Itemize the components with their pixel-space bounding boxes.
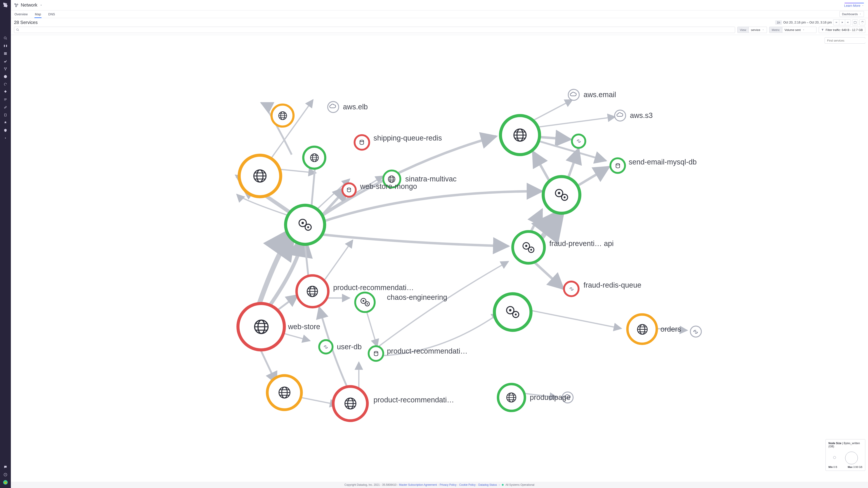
time-play-icon[interactable] — [839, 20, 845, 25]
network-map[interactable]: aws.elb aws.email aws.s3 — [11, 35, 868, 482]
nav-chat-icon[interactable] — [0, 463, 11, 471]
calendar-icon[interactable] — [852, 20, 858, 25]
svg-point-6 — [5, 138, 6, 138]
time-back-icon[interactable] — [833, 20, 839, 25]
node-green-gears-right[interactable] — [543, 177, 580, 213]
node-green-small-top[interactable] — [303, 147, 325, 168]
nav-help-icon[interactable]: ? — [0, 471, 11, 479]
metric-value[interactable]: Volume sent — [782, 27, 816, 33]
learn-more[interactable]: Learn More — [844, 3, 864, 7]
node-shipping-queue[interactable]: shipping-queue-redis — [355, 134, 442, 150]
footer-ds[interactable]: Datadog Status → — [478, 483, 500, 486]
node-web-store[interactable]: web-store — [238, 303, 320, 350]
nav-network-icon[interactable] — [0, 65, 11, 73]
footer-msa[interactable]: Master Subscription Agreement — [399, 483, 437, 486]
svg-text:sinatra-multivac: sinatra-multivac — [405, 175, 457, 183]
node-aws-s3[interactable]: aws.s3 — [615, 110, 653, 121]
node-aws-email[interactable]: aws.email — [568, 89, 616, 100]
nav-integrations-icon[interactable] — [0, 88, 11, 96]
view-value[interactable]: service — [749, 27, 767, 33]
svg-text:orders: orders — [660, 325, 681, 333]
svg-text:web-store-mongo: web-store-mongo — [360, 182, 417, 191]
footer: Copyright Datadog, Inc. 2021 - 35.580841… — [11, 482, 868, 488]
network-icon — [14, 3, 19, 7]
nav-search-icon[interactable] — [0, 34, 11, 42]
node-yellow-big[interactable] — [239, 155, 281, 197]
svg-point-35 — [342, 183, 356, 197]
footer-copyright: Copyright Datadog, Inc. 2021 - 35.580841… — [344, 483, 398, 486]
svg-point-42 — [355, 293, 375, 312]
nav-link-icon[interactable] — [0, 103, 11, 111]
svg-text:product-recommendati…: product-recommendati… — [373, 396, 454, 404]
dashboards-button[interactable]: Dashboards — [839, 11, 864, 17]
node-green-gears-center[interactable] — [285, 205, 324, 245]
node-aws-elb[interactable]: aws.elb — [328, 101, 368, 112]
node-user-db[interactable]: user-db — [319, 340, 362, 353]
dashboards-label: Dashboards — [842, 12, 858, 16]
tab-overview[interactable]: Overview — [14, 12, 28, 18]
node-prodrec3[interactable]: product-recommendati… — [333, 387, 454, 421]
metric-selector: Metric Volume sent — [769, 27, 816, 33]
page-title: Network — [21, 2, 37, 8]
nav-metrics-icon[interactable] — [0, 57, 11, 65]
svg-point-3 — [5, 69, 6, 70]
time-range[interactable]: Oct 20, 2:16 pm – Oct 20, 3:16 pm — [783, 21, 832, 24]
nav-security-icon[interactable] — [0, 127, 11, 134]
svg-text:aws.email: aws.email — [583, 91, 616, 99]
nav-notebooks-icon[interactable] — [0, 111, 11, 119]
node-prodrec-db[interactable]: product-recommendati… — [369, 346, 468, 361]
refresh-icon[interactable] — [860, 20, 865, 25]
nav-ci-icon[interactable] — [0, 134, 11, 142]
tabs: Overview Map DNS Dashboards — [11, 10, 868, 18]
svg-point-55 — [543, 177, 580, 213]
node-productpage[interactable]: productpage — [498, 384, 570, 411]
svg-point-53 — [610, 158, 625, 173]
svg-text:fraud-redis-queue: fraud-redis-queue — [583, 281, 641, 289]
node-green-gears-right2[interactable] — [494, 294, 531, 330]
filter-traffic[interactable]: Filter traffic: 649 B - 12.7 GB — [819, 27, 866, 33]
filter-traffic-label: Filter traffic: 649 B - 12.7 GB — [826, 28, 863, 32]
search-box[interactable] — [14, 27, 735, 33]
nav-logs-icon[interactable] — [0, 96, 11, 103]
svg-point-0 — [6, 4, 6, 4]
node-fraud-redis[interactable]: fraud-redis-queue — [564, 281, 641, 296]
node-green-globe-big-right[interactable] — [500, 116, 539, 155]
nav-apm-icon[interactable] — [0, 73, 11, 80]
footer-pp[interactable]: Privacy Policy — [440, 483, 457, 486]
view-selector: View service — [737, 27, 767, 33]
title-dropdown[interactable] — [39, 4, 43, 7]
node-orders[interactable]: orders — [627, 315, 681, 344]
nav-profiler-icon[interactable] — [0, 80, 11, 88]
svg-text:product-recommendati…: product-recommendati… — [387, 347, 468, 355]
global-sidebar: ? 🐸 — [0, 0, 11, 488]
search-input[interactable] — [19, 28, 733, 32]
svg-text:product-recommendati…: product-recommendati… — [333, 284, 414, 292]
time-chip[interactable]: 1h — [775, 20, 782, 25]
node-orders-grey[interactable] — [690, 326, 702, 337]
nav-dashboards-icon[interactable] — [0, 50, 11, 57]
datadog-logo[interactable] — [0, 0, 11, 10]
node-yellow-lower[interactable] — [267, 376, 301, 410]
node-green-tiny-right[interactable] — [572, 134, 585, 148]
svg-text:aws.s3: aws.s3 — [630, 111, 653, 120]
node-fraud-api[interactable]: fraud-preventi… api — [513, 232, 614, 263]
nav-avatar[interactable]: 🐸 — [0, 479, 11, 486]
tab-map[interactable]: Map — [34, 12, 41, 18]
node-chaos[interactable]: chaos-engineering — [355, 293, 447, 312]
node-send-email-db[interactable]: send-email-mysql-db — [610, 158, 697, 173]
heading-row: 28 Services 1h Oct 20, 2:16 pm – Oct 20,… — [11, 18, 868, 25]
svg-text:web-store: web-store — [288, 323, 320, 331]
footer-cp[interactable]: Cookie Policy — [459, 483, 475, 486]
services-heading: 28 Services — [14, 20, 38, 25]
node-webstore-mongo[interactable]: web-store-mongo — [342, 182, 417, 197]
svg-point-56 — [513, 232, 544, 263]
nav-watchdog-icon[interactable] — [0, 42, 11, 50]
time-fwd-icon[interactable] — [845, 20, 851, 25]
svg-text:productpage: productpage — [530, 393, 570, 401]
tab-dns[interactable]: DNS — [48, 12, 56, 18]
nav-rum-icon[interactable] — [0, 119, 11, 127]
svg-point-22 — [568, 89, 579, 100]
node-yellow-1[interactable] — [272, 105, 293, 127]
svg-text:?: ? — [5, 474, 6, 476]
time-nav-group — [833, 20, 851, 25]
